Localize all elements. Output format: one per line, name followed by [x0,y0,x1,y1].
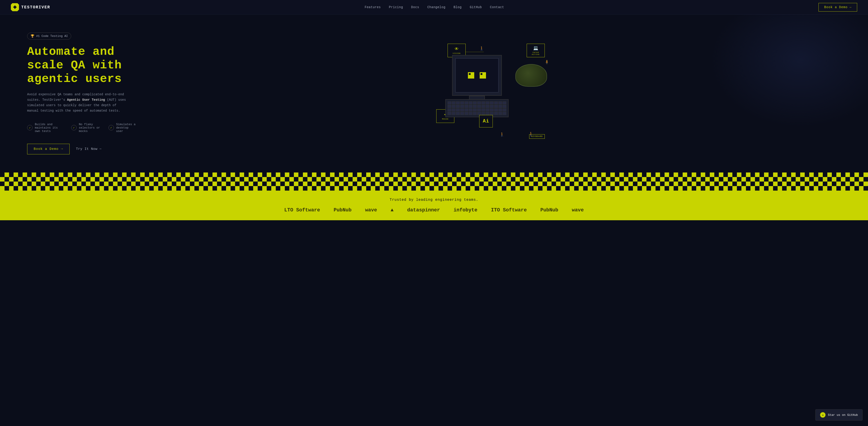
key-56 [502,112,506,115]
logo-triangle: ▲ [391,207,394,213]
nav-cta-button[interactable]: Book a Demo → [818,3,857,11]
hero-description: Avoid expensive QA teams and complicated… [27,92,127,113]
trophy-icon: 🏆 [31,34,34,38]
github-star-button[interactable]: ★ Star us on GitHub [815,409,863,421]
nav-item-github[interactable]: GitHub [470,5,482,9]
key-22 [477,105,481,108]
nav-item-contact[interactable]: Contact [490,5,504,9]
key-36 [477,108,481,112]
trusted-heading: Trusted by leading engineering teams. [390,198,478,202]
hero-feature-noflaky: ✓ No flaky selectors or mocks [71,123,101,133]
key-17 [456,105,460,108]
key-40 [494,108,498,112]
key-10 [486,102,489,105]
trusted-section: Trusted by leading engineering teams. LT… [0,191,868,220]
key-7 [473,102,477,105]
hero-try-now-button[interactable]: Try It Now → [76,147,101,151]
nav-item-pricing[interactable]: Pricing [389,5,403,9]
eye-left [468,72,474,79]
vision-label: VISION [453,52,461,54]
key-39 [490,108,494,112]
key-32 [460,108,464,112]
key-48 [469,112,473,115]
logo[interactable]: TESTORIVER [11,3,50,11]
navbar: TESTORIVER Features Pricing Docs Changel… [0,0,868,15]
hero-badge: 🏆 #1 Code Testing AI [27,33,71,39]
hero-book-demo-button[interactable]: Book a Demo → [27,144,70,154]
key-51 [482,112,485,115]
keyboard-element [445,99,508,117]
key-6 [469,102,473,105]
logo-ito: ITO Software [491,207,527,213]
key-4 [460,102,464,105]
key-47 [465,112,468,115]
key-26 [494,105,498,108]
key-23 [482,105,485,108]
key-27 [498,105,502,108]
key-9 [482,102,485,105]
hero-feature-simulates: ✓ Simulates a desktop user [108,123,135,133]
logo-text: TESTORIVER [21,5,50,9]
hero-content: 🏆 #1 Code Testing AI Automate and scale … [27,33,135,154]
logo-icon [11,3,19,11]
key-54 [494,112,498,115]
key-34 [469,108,473,112]
star-icon: ★ [822,413,824,417]
key-55 [498,112,502,115]
vision-icon: 👁 [455,47,459,51]
computer-eyes [468,72,486,79]
illustration-container: 👁 VISION 💻 INTERACTIVE [434,41,552,146]
figure-3: 🧍 [544,59,549,64]
key-15 [447,105,452,108]
key-1 [447,102,452,105]
key-52 [486,112,489,115]
interactive-icon: 💻 [533,46,538,51]
logo-lto: LTO Software [284,207,320,213]
key-24 [486,105,489,108]
hero-section: 🏆 #1 Code Testing AI Automate and scale … [0,15,868,168]
key-25 [490,105,494,108]
key-19 [465,105,468,108]
key-16 [452,105,456,108]
interactive-box: 💻 INTERACTIVE [527,44,545,57]
key-8 [477,102,481,105]
nav-item-features[interactable]: Features [365,5,381,9]
key-14 [502,102,506,105]
key-44 [452,112,456,115]
logo-wave-2: wave [572,207,584,213]
key-11 [490,102,494,105]
key-38 [486,108,489,112]
key-53 [490,112,494,115]
figure-4: 🚶 [528,132,533,137]
hero-feature-builds: ✓ Builds and maintains its own tests [27,123,64,133]
nav-item-blog[interactable]: Blog [454,5,462,9]
key-35 [473,108,477,112]
key-41 [498,108,502,112]
nav-item-changelog[interactable]: Changelog [427,5,445,9]
mouse-label: MOUSE [442,118,448,120]
nav-links: Features Pricing Docs Changelog Blog Git… [365,5,504,9]
figure-1: 🚶 [479,46,484,51]
computer-screen [455,58,499,92]
key-37 [482,108,485,112]
key-28 [502,105,506,108]
key-20 [469,105,473,108]
logo-infobyte: infobyte [454,207,477,213]
hero-cta-row: Book a Demo → Try It Now → [27,144,135,154]
logo-dataspinner: dataspinner [407,207,440,213]
hero-features: ✓ Builds and maintains its own tests ✓ N… [27,123,135,133]
hero-illustration: 👁 VISION 💻 INTERACTIVE [135,37,850,150]
logo-pubnub-2: PubNub [540,207,558,213]
figure-2: 🚶 [500,132,504,137]
interactive-label: INTERACTIVE [532,51,540,55]
key-21 [473,105,477,108]
logo-wave-1: wave [365,207,377,213]
check-icon-2: ✓ [71,125,76,131]
key-30 [452,108,456,112]
key-12 [494,102,498,105]
check-icon-1: ✓ [27,125,33,131]
key-45 [456,112,460,115]
nav-item-docs[interactable]: Docs [411,5,419,9]
key-18 [460,105,464,108]
key-29 [447,108,452,112]
